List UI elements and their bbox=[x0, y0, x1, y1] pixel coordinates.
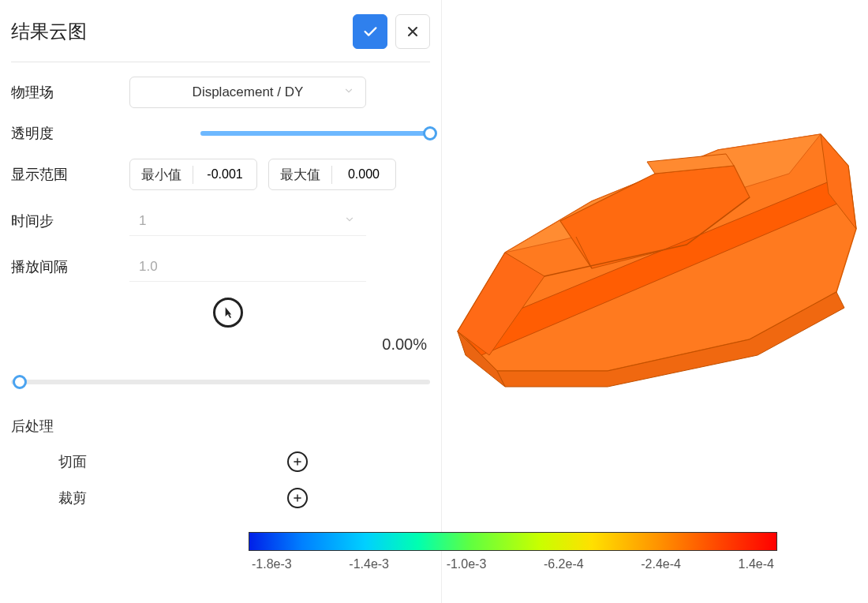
physics-field-value: Displacement / DY bbox=[193, 84, 304, 100]
timestep-label: 时间步 bbox=[11, 212, 129, 230]
playback-interval-label: 播放间隔 bbox=[11, 257, 129, 276]
plus-icon bbox=[292, 493, 303, 504]
min-value-group: 最小值 bbox=[129, 159, 257, 190]
viewport[interactable] bbox=[442, 0, 868, 603]
section-plane-label: 切面 bbox=[11, 452, 200, 471]
postprocessing-title: 后处理 bbox=[11, 417, 430, 436]
colorbar-ticks: -1.8e-3 -1.4e-3 -1.0e-3 -6.2e-4 -2.4e-4 … bbox=[249, 557, 777, 571]
colorbar-tick: -6.2e-4 bbox=[544, 557, 584, 571]
colorbar-tick: -1.4e-3 bbox=[349, 557, 389, 571]
colorbar-gradient bbox=[249, 532, 777, 551]
confirm-button[interactable] bbox=[353, 14, 387, 49]
timestep-value: 1 bbox=[139, 213, 146, 229]
opacity-slider[interactable] bbox=[200, 124, 430, 143]
clip-label: 裁剪 bbox=[11, 489, 200, 507]
progress-slider[interactable] bbox=[11, 373, 430, 391]
colorbar-tick: 1.4e-4 bbox=[739, 557, 774, 571]
divider bbox=[11, 62, 430, 62]
playback-interval-input[interactable] bbox=[129, 252, 366, 282]
colorbar-tick: -2.4e-4 bbox=[641, 557, 681, 571]
progress-text: 0.00% bbox=[11, 335, 430, 354]
panel-title: 结果云图 bbox=[11, 19, 87, 44]
pointer-icon bbox=[220, 305, 236, 320]
model-render bbox=[450, 118, 868, 434]
play-button[interactable] bbox=[213, 298, 243, 328]
max-value-input[interactable] bbox=[332, 167, 395, 182]
min-value-input[interactable] bbox=[193, 167, 256, 182]
colorbar-tick: -1.0e-3 bbox=[447, 557, 487, 571]
panel-header: 结果云图 bbox=[11, 14, 430, 49]
chevron-down-icon bbox=[344, 213, 355, 229]
max-label: 最大值 bbox=[269, 166, 332, 184]
add-clip-button[interactable] bbox=[287, 488, 308, 508]
max-value-group: 最大值 bbox=[268, 159, 396, 190]
chevron-down-icon bbox=[343, 84, 354, 100]
check-icon bbox=[361, 23, 379, 40]
timestep-select[interactable]: 1 bbox=[129, 206, 366, 236]
display-range-label: 显示范围 bbox=[11, 165, 129, 184]
plus-icon bbox=[292, 456, 303, 467]
opacity-label: 透明度 bbox=[11, 124, 129, 143]
colorbar-tick: -1.8e-3 bbox=[252, 557, 292, 571]
close-icon bbox=[405, 24, 421, 39]
settings-panel: 结果云图 物理场 Displacement / DY 透明度 bbox=[0, 0, 442, 603]
min-label: 最小值 bbox=[130, 166, 193, 184]
colorbar: -1.8e-3 -1.4e-3 -1.0e-3 -6.2e-4 -2.4e-4 … bbox=[249, 532, 777, 571]
add-section-button[interactable] bbox=[287, 451, 308, 472]
physics-field-label: 物理场 bbox=[11, 83, 129, 102]
physics-field-select[interactable]: Displacement / DY bbox=[129, 77, 366, 108]
close-button[interactable] bbox=[395, 14, 430, 49]
